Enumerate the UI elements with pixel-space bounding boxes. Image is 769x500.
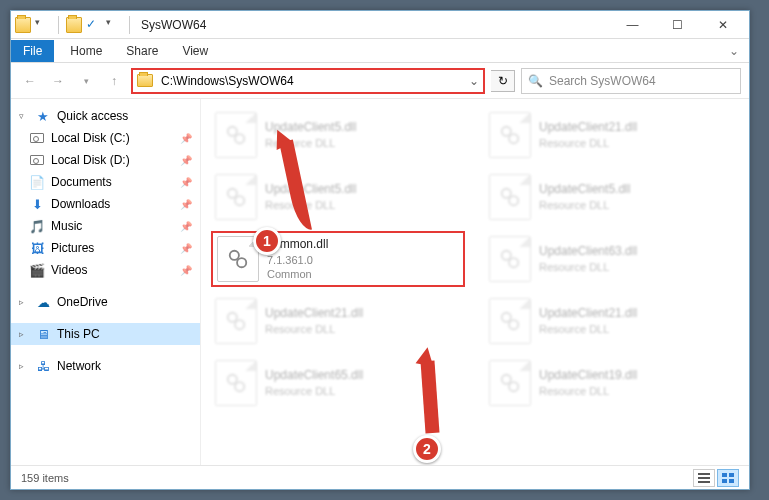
annotation-badge-1: 1 [253,227,281,255]
chevron-down-icon: ▿ [19,111,29,121]
sidebar-item-label: Local Disk (D:) [51,153,130,167]
file-item[interactable]: UpdateClient5.dllResource DLL [485,169,739,225]
search-box[interactable]: 🔍 Search SysWOW64 [521,68,741,94]
qa-dropdown-icon[interactable]: ▾ [35,17,51,33]
close-button[interactable]: ✕ [700,11,745,39]
file-name: UpdateClient21.dll [539,120,637,136]
window-title: SysWOW64 [141,18,206,32]
sidebar-item-this-pc[interactable]: ▹ 🖥 This PC [11,323,200,345]
file-sub: Resource DLL [539,322,637,336]
file-item[interactable]: UpdateClient21.dllResource DLL [211,293,465,349]
annotation-badge-2: 2 [413,435,441,463]
tab-share[interactable]: Share [114,40,170,62]
sidebar-item-label: This PC [57,327,100,341]
details-view-button[interactable] [693,469,715,487]
sidebar-item-local-disk-d[interactable]: Local Disk (D:) 📌 [11,149,200,171]
tab-file[interactable]: File [11,40,54,62]
file-item-highlighted[interactable]: common.dll 7.1.361.0 Common [211,231,465,287]
file-sub: Resource DLL [539,384,637,398]
item-count: 159 items [21,472,69,484]
sidebar-item-pictures[interactable]: 🖼 Pictures 📌 [11,237,200,259]
svg-point-16 [228,375,237,384]
svg-rect-23 [722,473,727,477]
file-item[interactable]: UpdateClient5.dllResource DLL [211,169,465,225]
svg-point-1 [235,134,244,143]
minimize-button[interactable]: — [610,11,655,39]
folder-icon [66,17,82,33]
sidebar-item-label: Network [57,359,101,373]
svg-point-8 [230,251,239,260]
pin-icon: 📌 [180,133,192,144]
address-dropdown-icon[interactable]: ⌄ [469,74,479,88]
forward-button[interactable]: → [47,70,69,92]
svg-point-4 [228,189,237,198]
sidebar-item-network[interactable]: ▹ 🖧 Network [11,355,200,377]
tab-home[interactable]: Home [58,40,114,62]
sidebar-item-local-disk-c[interactable]: Local Disk (C:) 📌 [11,127,200,149]
svg-point-17 [235,382,244,391]
navigation-pane: ▿ ★ Quick access Local Disk (C:) 📌 Local… [11,99,201,465]
address-input[interactable] [159,72,463,90]
svg-point-12 [228,313,237,322]
dll-icon [489,236,531,282]
body: ▿ ★ Quick access Local Disk (C:) 📌 Local… [11,99,749,465]
separator [58,16,59,34]
svg-rect-25 [722,479,727,483]
svg-point-0 [228,127,237,136]
dll-icon [489,360,531,406]
sidebar-item-label: Downloads [51,197,110,211]
file-name: UpdateClient5.dll [539,182,630,198]
sidebar-item-videos[interactable]: 🎬 Videos 📌 [11,259,200,281]
properties-icon[interactable]: ✓ [86,17,102,33]
explorer-window: ▾ ✓ ▾ SysWOW64 — ☐ ✕ File Home Share Vie… [10,10,750,490]
up-button[interactable]: ↑ [103,70,125,92]
star-icon: ★ [35,108,51,124]
file-item[interactable]: UpdateClient21.dllResource DLL [485,293,739,349]
refresh-button[interactable]: ↻ [491,70,515,92]
network-icon: 🖧 [35,358,51,374]
file-name: UpdateClient21.dll [265,306,363,322]
content-pane: 1 2 UpdateClient5.dllResource DLL Update… [201,99,749,465]
sidebar-item-documents[interactable]: 📄 Documents 📌 [11,171,200,193]
dll-icon [489,298,531,344]
sidebar-item-label: Quick access [57,109,128,123]
file-name: UpdateClient65.dll [265,368,363,384]
sidebar-item-onedrive[interactable]: ▹ ☁ OneDrive [11,291,200,313]
file-sub: Resource DLL [265,198,356,212]
tiles-view-button[interactable] [717,469,739,487]
file-item[interactable]: UpdateClient5.dllResource DLL [211,107,465,163]
address-bar[interactable]: ⌄ [131,68,485,94]
svg-point-15 [509,320,518,329]
back-button[interactable]: ← [19,70,41,92]
documents-icon: 📄 [29,174,45,190]
sidebar-item-music[interactable]: 🎵 Music 📌 [11,215,200,237]
tab-view[interactable]: View [170,40,220,62]
chevron-right-icon: ▹ [19,297,29,307]
sidebar-item-downloads[interactable]: ⬇ Downloads 📌 [11,193,200,215]
file-item[interactable]: UpdateClient19.dllResource DLL [485,355,739,411]
pin-icon: 📌 [180,243,192,254]
sidebar-quick-access[interactable]: ▿ ★ Quick access [11,105,200,127]
file-name: UpdateClient5.dll [265,182,356,198]
file-desc: Common [267,267,328,281]
file-name: UpdateClient19.dll [539,368,637,384]
file-item[interactable]: UpdateClient21.dllResource DLL [485,107,739,163]
file-sub: Resource DLL [539,136,637,150]
recent-dropdown-icon[interactable]: ▾ [75,70,97,92]
svg-point-19 [509,382,518,391]
file-sub: Resource DLL [539,198,630,212]
ribbon-tabs: File Home Share View ⌄ [11,39,749,63]
file-item[interactable]: UpdateClient63.dllResource DLL [485,231,739,287]
dll-icon [489,174,531,220]
search-icon: 🔍 [528,74,543,88]
svg-rect-26 [729,479,734,483]
pin-icon: 📌 [180,177,192,188]
qa-dropdown-icon[interactable]: ▾ [106,17,122,33]
sidebar-item-label: Documents [51,175,112,189]
disk-icon [29,130,45,146]
badge-number: 2 [423,441,431,457]
pin-icon: 📌 [180,155,192,166]
svg-point-13 [235,320,244,329]
maximize-button[interactable]: ☐ [655,11,700,39]
ribbon-expand-icon[interactable]: ⌄ [719,40,749,62]
